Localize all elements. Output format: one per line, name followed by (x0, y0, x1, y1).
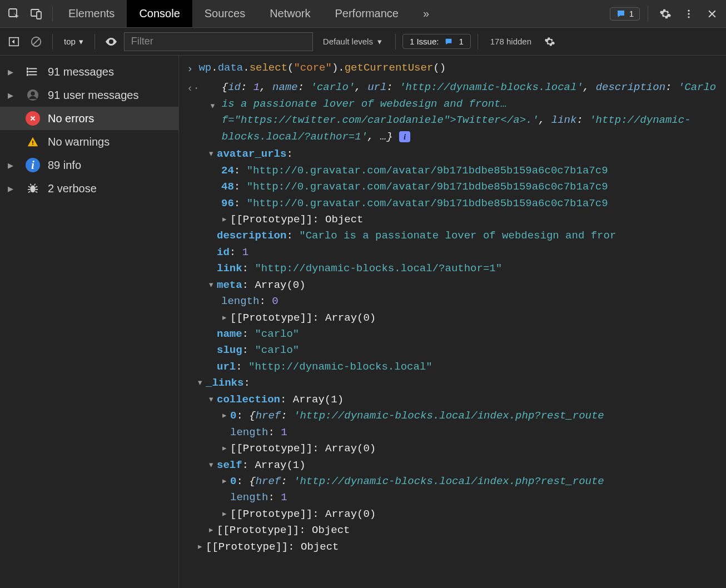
kebab-icon[interactable] (679, 4, 698, 23)
tok: wp (198, 62, 211, 74)
issues-badge[interactable]: 1 (610, 7, 640, 21)
error-icon (26, 111, 40, 126)
log-levels[interactable]: Default levels ▾ (316, 37, 389, 47)
live-expression-icon[interactable] (102, 32, 121, 51)
svg-point-13 (30, 186, 35, 193)
expand-icon[interactable]: ▾ (210, 98, 216, 114)
sidebar-user-messages[interactable]: ▸ 91 user messages (0, 83, 178, 107)
issue-count: 1 (459, 37, 463, 46)
sidebar-label: 2 verbose (48, 182, 97, 195)
inspect-icon[interactable] (4, 4, 23, 23)
info-icon: i (26, 158, 40, 172)
console-output: › wp.data.select("core").getCurrentUser(… (179, 56, 726, 588)
svg-point-10 (27, 74, 28, 76)
issues-count: 1 (629, 9, 634, 18)
info-icon[interactable]: i (399, 131, 410, 142)
svg-point-4 (688, 13, 689, 14)
console-sidebar: ▸ 91 messages ▸ 91 user messages No erro… (0, 56, 179, 588)
tok: select (250, 62, 287, 74)
toggle-sidebar-icon[interactable] (4, 32, 23, 51)
chevron-down-icon: ▾ (377, 37, 382, 47)
tab-sources[interactable]: Sources (192, 0, 257, 27)
tab-more-icon[interactable]: » (411, 0, 441, 27)
sidebar-warnings[interactable]: No warnings (0, 130, 178, 153)
console-input-row[interactable]: › wp.data.select("core").getCurrentUser(… (183, 59, 726, 78)
chevron-down-icon: ▾ (79, 37, 83, 47)
sidebar-messages[interactable]: ▸ 91 messages (0, 60, 178, 83)
device-toggle-icon[interactable] (27, 4, 46, 23)
chat-icon (444, 37, 453, 46)
warning-icon (26, 134, 40, 149)
sidebar-label: No warnings (48, 136, 110, 148)
issue-pill[interactable]: 1 Issue: 1 (402, 34, 471, 49)
input-caret-icon: › (187, 61, 193, 77)
tab-performance[interactable]: Performance (323, 0, 411, 27)
clear-console-icon[interactable] (27, 32, 46, 51)
chat-icon (616, 9, 626, 19)
context-label: top (64, 37, 76, 46)
filter-input[interactable] (124, 32, 313, 51)
context-selector[interactable]: top ▾ (59, 37, 88, 47)
console-result-row[interactable]: ‹· ▾ {id: 1, name: 'carlo', url: 'http:/… (183, 78, 726, 146)
tok: getCurrentUser (345, 62, 434, 74)
object-tree[interactable]: ▾avatar_urls: 24: "http://0.gravatar.com… (183, 146, 726, 555)
tab-console[interactable]: Console (127, 0, 192, 27)
issue-label: 1 Issue: (410, 37, 439, 46)
gear-icon[interactable] (656, 4, 675, 23)
svg-point-5 (688, 16, 689, 18)
levels-label: Default levels (323, 37, 373, 46)
tab-elements[interactable]: Elements (56, 0, 127, 27)
sidebar-label: No errors (48, 112, 94, 125)
svg-point-8 (27, 68, 28, 69)
sidebar-errors[interactable]: No errors (0, 107, 178, 130)
svg-point-12 (31, 92, 34, 96)
tab-network[interactable]: Network (257, 0, 322, 27)
sidebar-label: 91 messages (48, 66, 114, 78)
close-icon[interactable] (703, 4, 722, 23)
sidebar-info[interactable]: ▸ i 89 info (0, 153, 178, 177)
sidebar-label: 89 info (48, 159, 81, 172)
bug-icon (26, 181, 40, 196)
tok: "core" (294, 62, 331, 74)
gear-icon[interactable] (540, 32, 559, 51)
list-icon (26, 64, 40, 79)
output-caret-icon: ‹· (187, 81, 200, 97)
sidebar-label: 91 user messages (48, 89, 138, 102)
hidden-count: 178 hidden (485, 37, 537, 46)
sidebar-verbose[interactable]: ▸ 2 verbose (0, 177, 178, 200)
devtools-tabbar: Elements Console Sources Network Perform… (0, 0, 726, 28)
svg-point-3 (688, 9, 689, 11)
svg-rect-2 (37, 12, 41, 19)
tok: data (218, 62, 243, 74)
console-toolbar: top ▾ Default levels ▾ 1 Issue: 1 178 hi… (0, 28, 726, 56)
user-icon (26, 88, 40, 102)
svg-point-9 (27, 71, 28, 73)
